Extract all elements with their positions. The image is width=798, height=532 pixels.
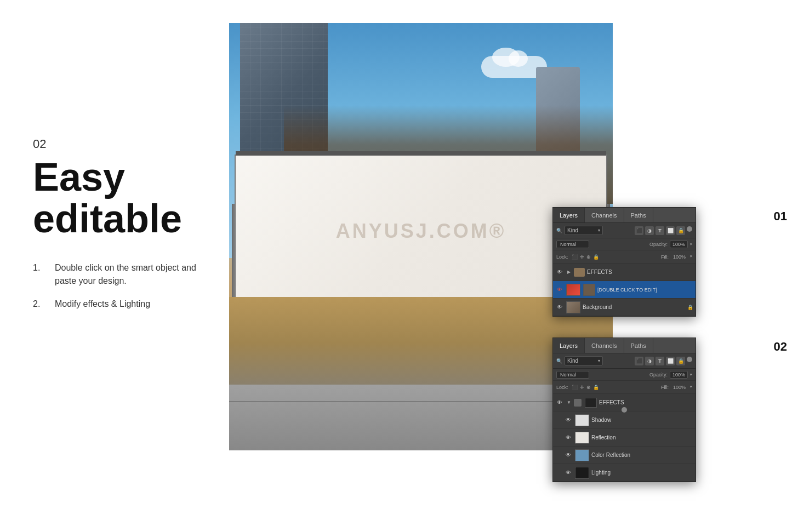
opacity-label-2: Opacity: — [649, 372, 668, 377]
fill-arrow-2: ▾ — [690, 385, 692, 390]
opacity-arrow-2: ▾ — [690, 373, 692, 377]
type-icon-1: T — [656, 226, 664, 235]
adjust-icon-1: ◑ — [645, 226, 654, 235]
panel1-toolbar-icons: ⬛ ◑ T ⬜ 🔒 — [635, 226, 692, 235]
color-circle-1 — [687, 226, 692, 232]
search-icon-1: 🔍 — [556, 228, 562, 233]
layer-color-reflection-2[interactable]: 👁 Color Reflection — [553, 447, 696, 464]
lock-artboard-icon[interactable]: ⊕ — [586, 254, 591, 260]
tab-paths-2[interactable]: Paths — [624, 338, 653, 353]
panel1-toolbar: 🔍 Kind ▾ ⬛ ◑ T ⬜ 🔒 — [553, 223, 696, 238]
shape-icon-1: ⬜ — [666, 226, 675, 235]
bg-lock-icon-1: 🔒 — [687, 305, 693, 310]
folder-icon-effects-1 — [574, 268, 585, 277]
blend-mode-1[interactable]: Normal — [556, 241, 589, 248]
smart-icon-2: 🔒 — [676, 357, 685, 365]
eye-background-1[interactable]: 👁 — [555, 303, 564, 312]
ps-panel-1: Layers Channels Paths 🔍 Kind ▾ ⬛ ◑ T ⬜ 🔒… — [552, 207, 696, 317]
arrow-effects-2[interactable]: ▼ — [566, 400, 572, 405]
effects-mask-thumb — [585, 398, 597, 408]
billboard-watermark: ANYUSJ.COM® — [336, 220, 506, 243]
panel2-toolbar-icons: ⬛ ◑ T ⬜ 🔒 — [635, 357, 692, 365]
tab-layers-1[interactable]: Layers — [553, 208, 585, 222]
opacity-value-1[interactable]: 100% — [670, 241, 688, 248]
layer-double-click-1[interactable]: 👁 [DOUBLE CLICK TO EDIT] — [553, 281, 696, 299]
instruction-1: 1. Double click on the smart object and … — [33, 261, 219, 288]
eye-double-click-1[interactable]: 👁 — [555, 285, 564, 294]
thumb-shadow-2 — [575, 414, 589, 426]
panel1-lock-bar: Lock: ⬛ ✛ ⊕ 🔒 Fill: 100% ▾ — [553, 250, 696, 264]
type-icon-2: T — [656, 357, 664, 365]
kind-select-2[interactable]: Kind ▾ — [565, 356, 603, 365]
folder-mask-icon — [574, 399, 582, 407]
step-number: 02 — [33, 137, 219, 151]
opacity-value-2[interactable]: 100% — [670, 371, 688, 379]
eye-effects-2[interactable]: 👁 — [555, 398, 564, 407]
smart-icon-1: 🔒 — [676, 226, 685, 235]
eye-reflection-2[interactable]: 👁 — [564, 433, 573, 442]
lock-all-icon-2[interactable]: 🔒 — [593, 385, 599, 390]
layer-effects-1[interactable]: 👁 ▶ EFFECTS — [553, 264, 696, 281]
lock-move-icon-2[interactable]: ✛ — [580, 385, 584, 390]
panel2-tabs: Layers Channels Paths — [553, 338, 696, 353]
chevron-down-icon-2: ▾ — [598, 358, 600, 363]
layer-shadow-2[interactable]: 👁 Shadow — [553, 411, 696, 429]
kind-select-1[interactable]: Kind ▾ — [565, 226, 603, 235]
adjust-icon-2: ◑ — [645, 357, 654, 365]
fill-area-1: Fill: 100% ▾ — [661, 254, 692, 260]
panel2-lock-bar: Lock: ⬛ ✛ ⊕ 🔒 Fill: 100% ▾ — [553, 381, 696, 394]
thumb-lighting-2 — [575, 467, 589, 479]
lock-all-icon[interactable]: 🔒 — [593, 254, 599, 260]
lock-move-icon[interactable]: ✛ — [580, 254, 584, 260]
layer-reflection-2[interactable]: 👁 Reflection — [553, 429, 696, 447]
tab-channels-1[interactable]: Channels — [585, 208, 624, 222]
lock-artboard-icon-2[interactable]: ⊕ — [586, 385, 591, 390]
lock-icons-2: ⬛ ✛ ⊕ 🔒 — [572, 385, 599, 390]
panel-number-02: 02 — [774, 340, 787, 354]
search-icon-2: 🔍 — [556, 358, 562, 364]
chevron-down-icon-1: ▾ — [598, 228, 600, 233]
shape-icon-2: ⬜ — [666, 357, 675, 365]
main-title: Easy editable — [33, 157, 219, 239]
thumb-dc-mask — [583, 284, 595, 296]
panel-number-01: 01 — [774, 209, 787, 224]
lock-pixel-icon-2[interactable]: ⬛ — [572, 385, 578, 390]
left-content: 02 Easy editable 1. Double click on the … — [33, 137, 219, 321]
fill-arrow-1: ▾ — [690, 254, 692, 260]
color-circle-2 — [687, 357, 692, 362]
lock-pixel-icon[interactable]: ⬛ — [572, 254, 578, 260]
opacity-label-1: Opacity: — [649, 242, 668, 247]
instructions-list: 1. Double click on the smart object and … — [33, 261, 219, 311]
panel1-tabs: Layers Channels Paths — [553, 208, 696, 223]
billboard-white: ANYUSJ.COM® — [236, 156, 606, 307]
billboard-frame: ANYUSJ.COM® — [235, 155, 607, 308]
pixel-icon-2: ⬛ — [635, 357, 643, 365]
lock-icons-1: ⬛ ✛ ⊕ 🔒 — [572, 254, 599, 260]
thumb-color-reflection-2 — [575, 449, 589, 461]
eye-shadow-2[interactable]: 👁 — [564, 416, 573, 425]
thumb-reflection-2 — [575, 432, 589, 444]
eye-lighting-2[interactable]: 👁 — [564, 468, 573, 477]
arrow-effects-1[interactable]: ▶ — [566, 270, 572, 275]
thumb-double-click-1 — [566, 284, 580, 296]
eye-effects-1[interactable]: 👁 — [555, 268, 564, 277]
tab-paths-1[interactable]: Paths — [624, 208, 653, 222]
instruction-2: 2. Modify effects & Lighting — [33, 298, 219, 311]
pixel-icon-1: ⬛ — [635, 226, 643, 235]
tab-channels-2[interactable]: Channels — [585, 338, 624, 353]
panel2-toolbar: 🔍 Kind ▾ ⬛ ◑ T ⬜ 🔒 — [553, 353, 696, 369]
blend-mode-2[interactable]: Normal — [556, 371, 589, 379]
layer-lighting-2[interactable]: 👁 Lighting — [553, 464, 696, 482]
fill-area-2: Fill: 100% ▾ — [661, 385, 692, 390]
opacity-arrow-1: ▾ — [690, 242, 692, 247]
tab-layers-2[interactable]: Layers — [553, 338, 585, 353]
layer-background-1[interactable]: 👁 Background 🔒 — [553, 299, 696, 316]
ps-panel-2: Layers Channels Paths 🔍 Kind ▾ ⬛ ◑ T ⬜ 🔒… — [552, 337, 696, 482]
eye-color-reflection-2[interactable]: 👁 — [564, 451, 573, 460]
thumb-background-1 — [566, 301, 580, 313]
